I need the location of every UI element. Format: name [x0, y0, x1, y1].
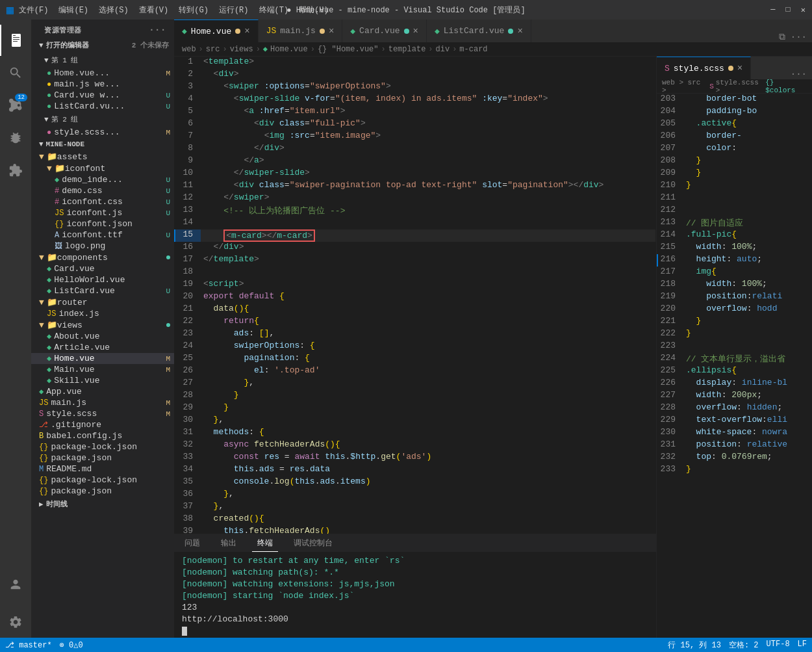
file-demo-index[interactable]: ◆ demo_inde... U	[31, 174, 174, 185]
line-content[interactable]: border-	[683, 131, 811, 143]
minimize-button[interactable]: ─	[770, 5, 775, 15]
group1-section[interactable]: ▼ 第 1 组	[31, 53, 174, 68]
line-content[interactable]: </div>	[201, 143, 655, 155]
line-content[interactable]: .full-pic{	[683, 229, 811, 242]
line-content[interactable]: methods: {	[201, 427, 655, 439]
line-content[interactable]: }	[683, 180, 811, 192]
line-content[interactable]: },	[201, 501, 655, 514]
line-content[interactable]: .ellipsis{	[683, 365, 811, 378]
line-content[interactable]: </swiper>	[201, 192, 655, 205]
close-button[interactable]: ✕	[801, 5, 806, 15]
file-readme[interactable]: M README.md	[31, 463, 174, 475]
file-demo-css[interactable]: # demo.css U	[31, 185, 174, 196]
activity-git[interactable]: 12	[0, 90, 31, 121]
breadcrumb-item[interactable]: views	[230, 45, 253, 54]
folder-views[interactable]: ▼ 📁 views	[31, 319, 174, 331]
tab-actions[interactable]: ⧉ ···	[774, 32, 812, 42]
line-content[interactable]: }	[683, 464, 811, 476]
file-listcard[interactable]: ◆ ListCard.vue U	[31, 285, 174, 296]
timeline-section[interactable]: ▶ 时间线	[31, 497, 174, 512]
activity-explorer[interactable]	[0, 25, 31, 56]
file-babel-config[interactable]: B babel.config.js	[31, 430, 174, 441]
window-controls[interactable]: ─ □ ✕	[770, 5, 806, 15]
file-package-json[interactable]: {} package.json	[31, 452, 174, 463]
file-iconfont-json[interactable]: {} iconfont.json	[31, 218, 174, 229]
line-content[interactable]: white-space: nowra	[683, 427, 811, 439]
line-content[interactable]: return{	[201, 316, 655, 328]
line-content[interactable]: <swiper :options="swiperOptions">	[201, 81, 655, 94]
line-content[interactable]: ads: [],	[201, 328, 655, 341]
line-content[interactable]: </a>	[201, 155, 655, 168]
cursor-position[interactable]: 行 15, 列 13	[668, 640, 721, 651]
line-content[interactable]	[683, 192, 811, 205]
line-content[interactable]: }	[201, 402, 655, 415]
line-content[interactable]: },	[201, 489, 655, 501]
line-content[interactable]: img{	[683, 267, 811, 279]
folder-components[interactable]: ▼ 📁 components	[31, 252, 174, 263]
group2-section[interactable]: ▼ 第 2 组	[31, 112, 174, 127]
tab-close-button[interactable]: ×	[517, 26, 522, 36]
menu-file[interactable]: 文件(F)	[19, 5, 49, 16]
file-style-scss[interactable]: S style.scss M	[31, 408, 174, 419]
line-content[interactable]: el: '.top-ad'	[201, 365, 655, 378]
line-content[interactable]: },	[201, 378, 655, 390]
file-iconfont-ttf[interactable]: A iconfont.ttf U	[31, 229, 174, 241]
file-logo-png[interactable]: 🖼 logo.png	[31, 241, 174, 252]
tab-mainjs[interactable]: JS main.js ×	[259, 20, 343, 42]
folder-assets[interactable]: ▼ 📁 assets	[31, 151, 174, 163]
open-file-listcard[interactable]: ● ListCard.vu... U	[31, 101, 174, 112]
breadcrumb-item[interactable]: web	[182, 45, 196, 54]
line-content[interactable]: this.fetchHeaderAds()	[201, 526, 655, 534]
menu-terminal[interactable]: 终端(T)	[259, 5, 289, 16]
line-content[interactable]: pagination: {	[201, 353, 655, 365]
line-content[interactable]: },	[201, 415, 655, 427]
activity-search[interactable]	[0, 57, 31, 88]
line-content[interactable]: width: 200px;	[683, 390, 811, 402]
open-editors-section[interactable]: ▼ 打开的编辑器 2 个未保存	[31, 38, 174, 53]
file-package-lock[interactable]: {} package-lock.json	[31, 441, 174, 452]
terminal-tab-output[interactable]: 输出	[216, 535, 242, 551]
line-content[interactable]: .active{	[683, 118, 811, 131]
line-content[interactable]: width: 100%;	[683, 279, 811, 291]
line-content[interactable]: <swiper-slide v-for="(item, index) in ad…	[201, 94, 655, 106]
line-content[interactable]: position: relative	[683, 439, 811, 452]
sidebar-header-icons[interactable]: ···	[149, 25, 166, 35]
activity-debug[interactable]	[0, 122, 31, 153]
open-file-card-vue[interactable]: ● Card.vue w... U	[31, 90, 174, 101]
maximize-button[interactable]: □	[786, 5, 791, 15]
line-content[interactable]: </div>	[201, 242, 655, 254]
line-content[interactable]: <div class="swiper-pagination top-ad tex…	[201, 180, 655, 192]
line-content[interactable]: }	[201, 390, 655, 402]
terminal-tab-terminal[interactable]: 终端	[252, 535, 278, 552]
tab-close-button[interactable]: ×	[244, 26, 249, 36]
menu-run[interactable]: 运行(R)	[219, 5, 249, 16]
tab-listcard-vue[interactable]: ◆ ListCard.vue ×	[427, 20, 531, 42]
line-content[interactable]: <!-- 以上为轮播图广告位 -->	[201, 205, 655, 217]
line-content[interactable]: }	[683, 316, 811, 328]
line-content[interactable]: width: 100%;	[683, 242, 811, 254]
right-code-scroll[interactable]: 203 border-bot 204 padding-bo 205 .activ…	[657, 94, 812, 638]
terminal-tab-problems[interactable]: 问题	[179, 535, 205, 551]
line-content[interactable]: color:	[683, 143, 811, 155]
breadcrumb-item[interactable]: template	[388, 45, 426, 54]
file-iconfont-js[interactable]: JS iconfont.js U	[31, 207, 174, 218]
line-content[interactable]: created(){	[201, 514, 655, 526]
file-skill-vue[interactable]: ◆ Skill.vue	[31, 375, 174, 386]
line-content[interactable]: console.log(this.ads.items)	[201, 476, 655, 489]
tab-card-vue[interactable]: ◆ Card.vue ×	[342, 20, 427, 42]
breadcrumb-item[interactable]: {} "Home.vue"	[318, 45, 379, 54]
line-content[interactable]	[683, 205, 811, 217]
terminal-tab-debug[interactable]: 调试控制台	[288, 535, 338, 551]
file-router-index[interactable]: JS index.js	[31, 308, 174, 319]
split-editor-icon[interactable]: ⧉	[779, 32, 785, 42]
file-card-vue[interactable]: ◆ Card.vue	[31, 263, 174, 274]
line-content[interactable]: <a :href="item.url">	[201, 106, 655, 118]
open-file-style-scss[interactable]: ● style.scss... M	[31, 127, 174, 138]
file-package-lock-2[interactable]: {} package-lock.json	[31, 475, 174, 486]
line-content[interactable]: }	[683, 155, 811, 168]
tab-close-button[interactable]: ×	[413, 26, 418, 36]
file-home-vue[interactable]: ◆ Home.vue M	[31, 353, 174, 364]
mine-node-section[interactable]: ▼ MINE-NODE	[31, 138, 174, 151]
file-about-vue[interactable]: ◆ About.vue	[31, 331, 174, 342]
line-content[interactable]: </template>	[201, 254, 655, 267]
